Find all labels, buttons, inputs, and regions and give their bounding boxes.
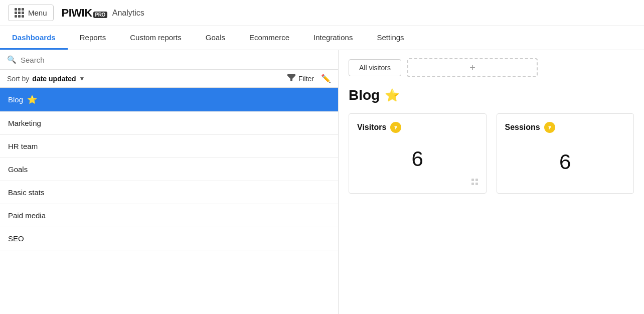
tab-ecommerce[interactable]: Ecommerce	[237, 26, 301, 50]
dashboard-star-icon: ⭐	[385, 88, 400, 102]
metric-coin-sessions: ₮	[544, 122, 555, 133]
dashboard-item-label: Marketing	[8, 119, 41, 127]
dashboard-item-hr-team[interactable]: HR team	[0, 135, 338, 158]
filter-icon	[287, 74, 295, 83]
main-content: 🔍 Sort by date updated ▼ Filter ✏️	[0, 50, 644, 314]
tab-settings[interactable]: Settings	[365, 26, 416, 50]
edit-icon[interactable]: ✏️	[321, 74, 331, 83]
metric-card-sessions: Sessions ₮ 6	[497, 113, 634, 194]
logo-analytics: Analytics	[112, 9, 144, 18]
dashboard-title-area: Blog ⭐	[349, 87, 634, 103]
tab-reports[interactable]: Reports	[68, 26, 118, 50]
top-bar: Menu PIWIKPRO Analytics	[0, 0, 644, 26]
sort-bar: Sort by date updated ▼ Filter ✏️	[0, 70, 338, 88]
star-icon: ⭐	[27, 95, 37, 104]
all-visitors-button[interactable]: All visitors	[349, 59, 401, 76]
svg-text:₮: ₮	[548, 125, 552, 130]
search-input[interactable]	[21, 56, 331, 64]
tab-goals[interactable]: Goals	[194, 26, 237, 50]
search-bar: 🔍	[0, 50, 338, 70]
tab-integrations[interactable]: Integrations	[301, 26, 365, 50]
dashboard-item-goals[interactable]: Goals	[0, 158, 338, 181]
tab-dashboards[interactable]: Dashboards	[0, 26, 68, 50]
dashboard-title: Blog	[349, 87, 380, 103]
metric-footer-visitors	[357, 179, 478, 185]
metric-card-visitors: Visitors ₮ 6	[349, 113, 487, 194]
filter-area[interactable]: Filter	[287, 74, 314, 83]
nav-tabs: Dashboards Reports Custom reports Goals …	[0, 26, 644, 50]
dashboard-item-blog[interactable]: Blog ⭐	[0, 88, 338, 112]
sort-chevron-icon[interactable]: ▼	[79, 75, 85, 82]
svg-text:₮: ₮	[394, 125, 398, 130]
dashboard-item-label: Blog	[8, 95, 23, 104]
logo-pro: PRO	[93, 12, 107, 18]
grid-icon	[15, 8, 24, 18]
metric-title-sessions: Sessions ₮	[505, 122, 626, 133]
metric-coin-visitors: ₮	[390, 122, 401, 133]
logo-piwik: PIWIKPRO	[62, 7, 107, 20]
search-icon: 🔍	[7, 55, 17, 64]
dashboard-item-basic-stats[interactable]: Basic stats	[0, 181, 338, 204]
resize-icon-visitors[interactable]	[471, 179, 478, 185]
dashboard-item-paid-media[interactable]: Paid media	[0, 204, 338, 227]
right-panel: All visitors + Blog ⭐ Visitors ₮	[339, 50, 644, 314]
dashboard-item-label: SEO	[8, 234, 24, 243]
add-segment-button[interactable]: +	[407, 58, 538, 77]
dashboard-item-label: Basic stats	[8, 188, 45, 197]
sort-label: Sort by	[7, 75, 29, 83]
left-panel: 🔍 Sort by date updated ▼ Filter ✏️	[0, 50, 339, 314]
add-icon: +	[469, 62, 475, 74]
sort-value: date updated	[32, 75, 76, 83]
metric-value-sessions: 6	[505, 139, 626, 185]
dashboard-list: Blog ⭐ Marketing HR team Goals	[0, 88, 338, 314]
dashboard-item-marketing[interactable]: Marketing	[0, 112, 338, 135]
dashboard-item-label: Paid media	[8, 211, 46, 220]
dashboard-item-label: Goals	[8, 165, 28, 174]
tab-custom-reports[interactable]: Custom reports	[118, 26, 194, 50]
logo-area: PIWIKPRO Analytics	[62, 7, 144, 20]
metrics-row: Visitors ₮ 6	[349, 113, 634, 194]
metric-value-visitors: 6	[357, 139, 478, 179]
segment-bar: All visitors +	[349, 58, 634, 77]
menu-button[interactable]: Menu	[8, 5, 54, 21]
filter-label: Filter	[298, 75, 314, 83]
menu-label: Menu	[28, 9, 47, 17]
metric-title-visitors: Visitors ₮	[357, 122, 478, 133]
dashboard-item-seo[interactable]: SEO	[0, 227, 338, 250]
dashboard-item-label: HR team	[8, 142, 38, 150]
